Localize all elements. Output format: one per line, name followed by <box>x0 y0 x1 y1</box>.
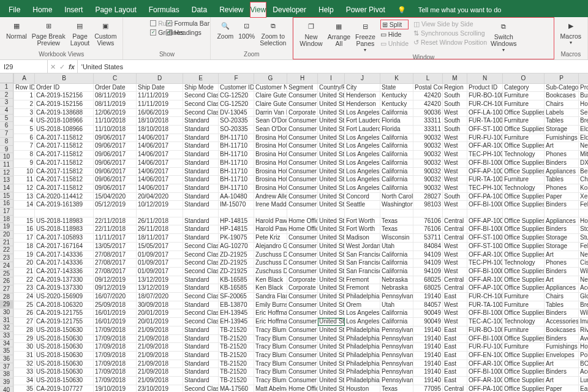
cell[interactable]: Philadelphia <box>345 326 380 334</box>
cell[interactable]: US-2018-150630 <box>35 334 94 343</box>
cell[interactable]: United States <box>318 142 345 151</box>
cell[interactable]: 17/09/2018 <box>94 360 137 368</box>
cell[interactable]: 76106 <box>413 225 443 234</box>
cell[interactable]: Binders <box>545 159 579 167</box>
zoom-selection-button[interactable]: ⧉Zoom to Selection <box>257 18 288 48</box>
cell[interactable]: Furniture <box>503 176 545 184</box>
cell[interactable]: 16/07/2020 <box>94 293 137 301</box>
col-header[interactable]: F <box>219 74 254 83</box>
fx-icon[interactable]: fx <box>69 60 75 74</box>
cell[interactable]: CA-2019-137330 <box>35 284 94 293</box>
cell[interactable]: 21/09/2018 <box>137 334 183 343</box>
tab-file[interactable]: File <box>2 2 26 17</box>
cell[interactable]: Binders <box>545 334 579 343</box>
cell[interactable]: OFF-PA-10000249 <box>467 385 503 392</box>
cell[interactable]: US-2018-150630 <box>35 326 94 334</box>
cell[interactable]: West <box>443 108 467 117</box>
cell[interactable]: 19140 <box>413 293 443 301</box>
cell[interactable]: Fort Lauderdale <box>345 126 380 134</box>
cell[interactable]: 17/09/2018 <box>94 368 137 377</box>
cell[interactable]: BOSTON Model 1800 Electric Pencil Sharpe… <box>579 360 589 368</box>
cell[interactable]: TB-21520 <box>219 360 254 368</box>
cell[interactable]: East <box>443 293 467 301</box>
cell[interactable]: Phones <box>545 259 579 268</box>
cell[interactable]: BH-11710 <box>219 142 254 151</box>
col-header[interactable]: Q <box>579 74 589 83</box>
cell[interactable]: Central <box>443 217 467 225</box>
cell[interactable]: 14/06/2017 <box>137 134 183 142</box>
cell[interactable]: CA-2017-143336 <box>35 259 94 268</box>
cell[interactable]: Emily Burns <box>254 301 287 309</box>
cell[interactable]: BH-11710 <box>219 184 254 192</box>
cell[interactable]: 23 <box>14 284 35 293</box>
cell[interactable]: Darrin Van Huff <box>254 108 287 117</box>
cell[interactable]: 09/06/2017 <box>94 176 137 184</box>
cell[interactable]: 24 <box>14 293 35 301</box>
cell[interactable]: 27 <box>14 318 35 326</box>
zoom-button[interactable]: 🔍Zoom <box>214 18 236 48</box>
cell[interactable]: United States <box>318 385 345 392</box>
cell[interactable]: Matt Abelman <box>254 385 287 392</box>
cell[interactable]: 90049 <box>413 309 443 318</box>
cell[interactable]: 20/01/2019 <box>137 309 183 318</box>
cell[interactable]: OFF-PA-10002365 <box>467 192 503 201</box>
tab-developer[interactable]: Developer <box>266 2 312 17</box>
macros-button[interactable]: ▶Macros▾ <box>558 18 584 47</box>
cell[interactable]: 2 <box>14 100 35 108</box>
cell[interactable]: Eldon Fold 'N Roll Cart System <box>579 126 589 134</box>
cell[interactable]: US-2018-108966 <box>35 117 94 126</box>
cell[interactable]: 17/09/2018 <box>94 334 137 343</box>
cell[interactable]: United States <box>318 225 345 234</box>
cell[interactable] <box>467 209 503 217</box>
cell[interactable]: Nebraska <box>380 284 413 293</box>
cell[interactable]: Brosina Hoffman <box>254 134 287 142</box>
cell[interactable]: Office Supplies <box>503 276 545 284</box>
cell[interactable]: Konftel 250 Conference phone - Charcoal … <box>579 184 589 192</box>
cell[interactable]: Second Class <box>183 267 219 276</box>
cell[interactable]: Bretford CR4500 Series Slim Rectangular … <box>579 301 589 309</box>
cell[interactable]: 6 <box>14 134 35 142</box>
cell[interactable]: Furniture <box>503 92 545 100</box>
cell[interactable]: Irene Maddox <box>254 201 287 209</box>
cell[interactable]: Consumer <box>287 377 318 385</box>
split-button[interactable]: ⊞Split <box>380 20 409 29</box>
cell[interactable]: 19140 <box>413 343 443 352</box>
cell[interactable]: 21/09/2018 <box>137 343 183 352</box>
cell[interactable]: 19140 <box>413 326 443 334</box>
cell[interactable]: Philadelphia <box>345 343 380 352</box>
cell[interactable]: Brosina Hoffman <box>254 167 287 176</box>
cell[interactable]: MA-17560 <box>219 385 254 392</box>
cell[interactable]: 19/10/2019 <box>94 385 137 392</box>
cell[interactable]: Consumer <box>287 201 318 209</box>
cell[interactable]: East <box>443 326 467 334</box>
tab-formulas[interactable]: Formulas <box>143 2 186 17</box>
cell[interactable]: West <box>443 267 467 276</box>
cell[interactable]: Pennsylvania <box>380 377 413 385</box>
cell[interactable]: 11 <box>14 176 35 184</box>
cell[interactable]: FUR-FU-10004848 <box>467 343 503 352</box>
cell[interactable]: SO-20335 <box>219 117 254 126</box>
cell[interactable]: Art <box>545 377 579 385</box>
cell[interactable]: Storage <box>545 242 579 251</box>
cell[interactable]: United States <box>318 318 345 326</box>
cell[interactable]: 10/12/2019 <box>137 201 183 209</box>
cell[interactable]: EB-13870 <box>219 301 254 309</box>
cell[interactable]: Los Angeles <box>345 318 380 326</box>
cell[interactable]: Consumer <box>287 192 318 201</box>
cell[interactable]: Washington <box>380 201 413 209</box>
new-window-button[interactable]: ❐New Window <box>297 19 325 54</box>
cell[interactable]: Consumer <box>287 167 318 176</box>
cell[interactable]: KB-16585 <box>219 276 254 284</box>
cell[interactable]: Storage <box>545 126 579 134</box>
col-header[interactable]: J <box>345 74 380 83</box>
cell[interactable]: CA-2019-121755 <box>35 318 94 326</box>
cell[interactable]: Office Supplies <box>503 217 545 225</box>
cell[interactable]: 14/06/2017 <box>137 142 183 151</box>
cell[interactable]: Furniture <box>503 293 545 301</box>
cell[interactable]: Tracy Blumstein <box>254 343 287 352</box>
cell[interactable]: Consumer <box>287 151 318 159</box>
cell[interactable]: 21/09/2018 <box>137 377 183 385</box>
cell[interactable]: US-2018-150630 <box>35 368 94 377</box>
cell[interactable]: East <box>443 377 467 385</box>
cell[interactable]: Tracy Blumstein <box>254 368 287 377</box>
